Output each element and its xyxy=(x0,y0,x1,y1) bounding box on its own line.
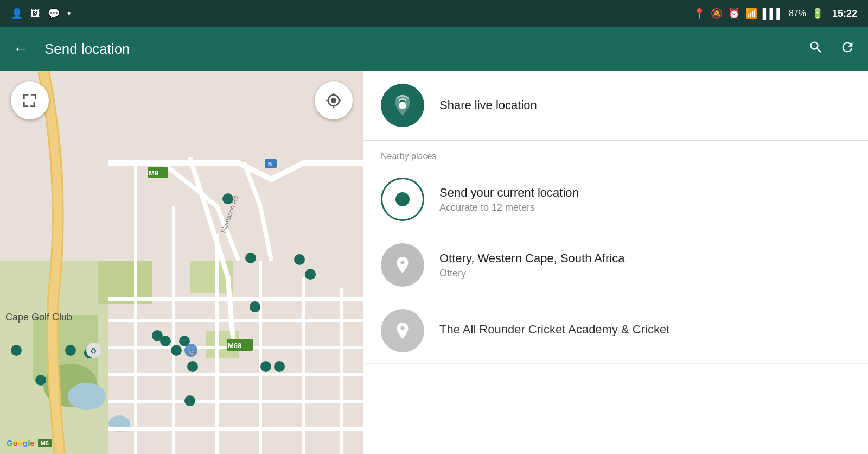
current-location-title: Send your current location xyxy=(439,186,579,200)
place-icon-ottery xyxy=(381,243,424,287)
location-pin-icon: 📍 xyxy=(693,8,705,20)
svg-point-53 xyxy=(401,104,404,106)
svg-point-44 xyxy=(184,395,195,406)
mute-icon: 🔕 xyxy=(711,8,723,20)
refresh-icon[interactable] xyxy=(840,40,855,59)
status-right-icons: 📍 🔕 ⏰ 📶 ▌▌▌ 87% 🔋 15:22 xyxy=(693,8,857,20)
map-badge-m5: M5 xyxy=(38,439,52,447)
svg-point-43 xyxy=(187,361,198,372)
current-location-text: Send your current location Accurate to 1… xyxy=(439,186,579,213)
alarm-icon: ⏰ xyxy=(728,8,740,20)
time-display: 15:22 xyxy=(832,8,857,20)
image-icon: 🖼 xyxy=(30,8,40,20)
dot-icon: • xyxy=(67,8,71,20)
status-bar: 👤 🖼 💬 • 📍 🔕 ⏰ 📶 ▌▌▌ 87% 🔋 15:22 xyxy=(0,0,868,27)
app-bar-actions xyxy=(808,40,855,59)
svg-text:Cape Golf Club: Cape Golf Club xyxy=(5,312,72,323)
svg-point-7 xyxy=(68,383,106,410)
map-area: B M9 M68 Cape Golf Club Plantation Rd xyxy=(0,71,363,454)
svg-point-31 xyxy=(294,254,305,265)
svg-point-42 xyxy=(171,345,182,356)
app-bar: ← Send location xyxy=(0,27,868,71)
svg-point-34 xyxy=(274,361,285,372)
svg-point-35 xyxy=(11,345,22,356)
svg-point-45 xyxy=(260,361,271,372)
main-content: B M9 M68 Cape Golf Club Plantation Rd xyxy=(0,71,868,454)
expand-map-button[interactable] xyxy=(11,81,49,119)
svg-text:B: B xyxy=(268,161,272,167)
svg-text:♻: ♻ xyxy=(90,346,97,355)
place-icon-cricket xyxy=(381,309,424,352)
svg-point-32 xyxy=(305,269,316,280)
svg-point-30 xyxy=(245,253,256,263)
svg-text:M68: M68 xyxy=(228,342,241,350)
svg-text:🚌: 🚌 xyxy=(188,348,195,355)
whatsapp-icon: 💬 xyxy=(48,8,60,20)
share-live-label: Share live location xyxy=(439,98,537,112)
svg-point-29 xyxy=(222,193,233,204)
wifi-icon: 📶 xyxy=(745,8,757,20)
status-left-icons: 👤 🖼 💬 • xyxy=(11,8,71,20)
place-subtitle-ottery: Ottery xyxy=(439,268,625,279)
current-location-icon xyxy=(381,178,424,221)
back-button[interactable]: ← xyxy=(13,40,28,58)
signal-icon: ▌▌▌ xyxy=(763,8,783,20)
battery-icon: 🔋 xyxy=(812,8,824,20)
place-item-ottery[interactable]: Ottery, Western Cape, South Africa Otter… xyxy=(363,232,868,298)
current-location-inner-dot xyxy=(395,192,410,206)
share-live-icon xyxy=(381,84,424,127)
gps-locate-button[interactable] xyxy=(315,81,353,119)
page-title: Send location xyxy=(44,41,808,58)
place-text-cricket: The All Rounder Cricket Academy & Cricke… xyxy=(439,323,669,339)
nearby-places-header: Nearby places xyxy=(363,141,868,167)
svg-point-37 xyxy=(65,345,76,356)
google-logo: Google M5 xyxy=(7,438,52,447)
place-title-ottery: Ottery, Western Cape, South Africa xyxy=(439,251,625,266)
right-panel: Share live location Nearby places Send y… xyxy=(363,71,868,454)
svg-point-33 xyxy=(250,301,260,312)
place-item-cricket[interactable]: The All Rounder Cricket Academy & Cricke… xyxy=(363,298,868,364)
search-icon[interactable] xyxy=(808,40,824,59)
svg-text:M9: M9 xyxy=(149,169,158,177)
current-location-item[interactable]: Send your current location Accurate to 1… xyxy=(363,167,868,232)
place-text-ottery: Ottery, Western Cape, South Africa Otter… xyxy=(439,251,625,279)
current-location-subtitle: Accurate to 12 meters xyxy=(439,202,579,213)
battery-text: 87% xyxy=(789,9,806,18)
share-live-location-item[interactable]: Share live location xyxy=(363,71,868,141)
person-icon: 👤 xyxy=(11,8,23,20)
svg-point-40 xyxy=(160,336,171,346)
svg-point-36 xyxy=(35,375,46,386)
place-title-cricket: The All Rounder Cricket Academy & Cricke… xyxy=(439,323,669,337)
